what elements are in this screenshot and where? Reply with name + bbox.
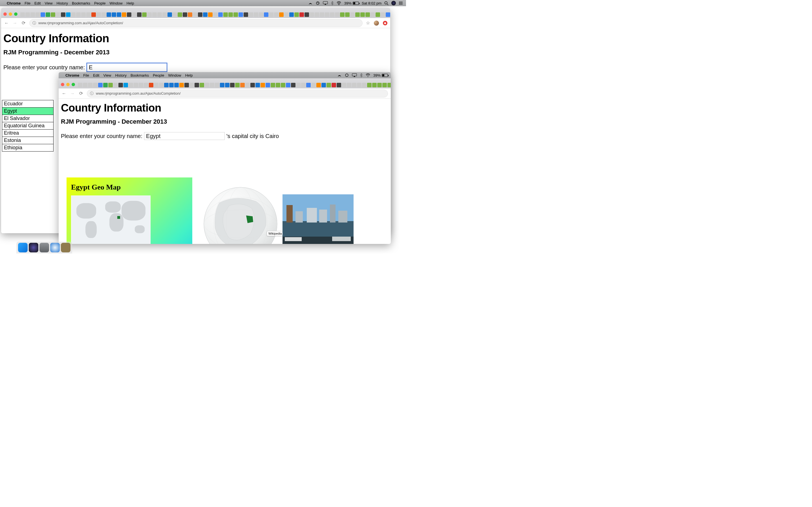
clock[interactable]: Sat 8:02 pm (362, 1, 382, 5)
close-window-button[interactable] (61, 83, 64, 86)
city-photo[interactable] (283, 194, 354, 244)
url-text: www.rjmprogramming.com.au/Ajax/AutoCompl… (96, 91, 181, 96)
launchpad-icon[interactable] (40, 243, 49, 252)
menu-bookmarks[interactable]: Bookmarks (72, 1, 90, 5)
tab-strip-inner (59, 78, 391, 89)
svg-point-8 (399, 2, 400, 2)
forward-button[interactable]: → (70, 91, 75, 96)
bluetooth-icon[interactable] (360, 73, 363, 77)
prompt-label: Please enter your country name: (3, 64, 85, 71)
mac-menubar: Chrome File Edit View History Bookmarks … (0, 0, 406, 6)
malwarebytes-icon[interactable] (337, 73, 342, 77)
airplay-icon[interactable] (323, 1, 328, 5)
reload-button[interactable]: ⟳ (21, 20, 26, 25)
airplay-icon[interactable] (352, 73, 357, 77)
autocomplete-item[interactable]: Eritrea (2, 129, 53, 137)
siri-dock-icon[interactable] (29, 243, 38, 252)
siri-icon[interactable] (391, 1, 396, 5)
svg-rect-27 (338, 211, 347, 223)
menu-bookmarks[interactable]: Bookmarks (131, 73, 149, 77)
spotlight-icon[interactable] (384, 1, 389, 5)
autocomplete-item[interactable]: Equatorial Guinea (2, 122, 53, 129)
avast-icon[interactable] (315, 1, 320, 5)
bookmark-star-icon[interactable]: ☆ (366, 20, 370, 25)
menu-edit[interactable]: Edit (35, 1, 41, 5)
menu-help[interactable]: Help (126, 1, 134, 5)
battery-icon (353, 2, 359, 5)
menu-people[interactable]: People (94, 1, 105, 5)
battery-indicator[interactable]: 39% (373, 73, 388, 77)
window-controls (61, 83, 75, 86)
geo-map-card: Egypt Geo Map Another Geo Map? Last Emai… (66, 177, 192, 244)
svg-rect-20 (283, 221, 354, 238)
menu-history[interactable]: History (56, 1, 68, 5)
country-input[interactable] (87, 63, 167, 72)
maximize-window-button[interactable] (14, 12, 17, 16)
svg-point-13 (368, 76, 368, 77)
forward-button[interactable]: → (12, 20, 17, 25)
menu-history[interactable]: History (115, 73, 126, 77)
battery-icon (382, 74, 388, 77)
page-title: Country Information (3, 32, 388, 45)
avast-icon[interactable] (345, 73, 349, 77)
autocomplete-item[interactable]: Estonia (2, 137, 53, 144)
svg-point-2 (339, 4, 339, 5)
chrome-window-inner: Chrome File Edit View History Bookmarks … (59, 72, 391, 244)
menu-people[interactable]: People (153, 73, 164, 77)
menu-view[interactable]: View (103, 73, 111, 77)
svg-point-10 (399, 4, 400, 4)
svg-point-9 (399, 3, 400, 3)
bluetooth-icon[interactable] (331, 1, 334, 5)
svg-point-3 (385, 1, 388, 4)
omnibox[interactable]: ⓘ www.rjmprogramming.com.au/Ajax/AutoCom… (29, 19, 363, 27)
active-app-name[interactable]: Chrome (7, 1, 20, 5)
back-button[interactable]: ← (61, 91, 66, 96)
menu-edit[interactable]: Edit (93, 73, 99, 77)
menu-help[interactable]: Help (185, 73, 193, 77)
wifi-icon[interactable] (336, 1, 342, 5)
svg-rect-25 (319, 210, 327, 223)
minimize-window-button[interactable] (9, 12, 12, 16)
autocomplete-item[interactable]: El Salvador (2, 115, 53, 122)
maximize-window-button[interactable] (71, 83, 75, 86)
minimize-window-button[interactable] (66, 83, 70, 86)
svg-line-4 (387, 4, 388, 5)
battery-indicator[interactable]: 39% (344, 1, 359, 5)
world-map[interactable] (71, 195, 151, 244)
menu-window[interactable]: Window (168, 73, 181, 77)
tab-strip: × W W W + (1, 8, 390, 18)
autocomplete-item-highlighted[interactable]: Egypt (2, 108, 53, 115)
background-tabs[interactable] (78, 83, 391, 87)
site-info-icon[interactable]: ⓘ (90, 91, 94, 96)
svg-point-11 (345, 74, 348, 76)
back-button[interactable]: ← (4, 20, 9, 25)
extension-icon[interactable]: ◆ (383, 21, 388, 25)
background-tabs[interactable] (20, 12, 390, 17)
menu-file[interactable]: File (24, 1, 31, 5)
close-window-button[interactable] (3, 12, 7, 16)
safari-icon[interactable] (50, 243, 60, 252)
country-input[interactable] (144, 132, 225, 140)
menu-window[interactable]: Window (109, 1, 122, 5)
reload-button[interactable]: ⟳ (79, 91, 84, 96)
profile-avatar[interactable] (374, 20, 379, 25)
site-info-icon[interactable]: ⓘ (33, 20, 36, 25)
menu-file[interactable]: File (83, 73, 89, 77)
finder-icon[interactable] (18, 243, 28, 252)
page-subtitle: RJM Programming - December 2013 (61, 118, 389, 125)
malwarebytes-icon[interactable] (308, 1, 313, 5)
svg-rect-24 (307, 208, 317, 223)
wifi-icon[interactable] (365, 73, 370, 77)
svg-rect-29 (332, 237, 351, 241)
app-icon[interactable] (61, 243, 70, 252)
mac-menubar-inner: Chrome File Edit View History Bookmarks … (59, 72, 391, 78)
active-app-name[interactable]: Chrome (65, 73, 79, 77)
autocomplete-item[interactable]: Ethiopia (2, 144, 53, 151)
omnibox[interactable]: ⓘ www.rjmprogramming.com.au/Ajax/AutoCom… (87, 90, 388, 98)
battery-percent: 39% (344, 1, 352, 5)
svg-rect-28 (285, 237, 302, 241)
menu-view[interactable]: View (45, 1, 52, 5)
notification-center-icon[interactable] (399, 1, 403, 5)
autocomplete-item[interactable]: Ecuador (2, 100, 53, 108)
dock (16, 242, 72, 253)
